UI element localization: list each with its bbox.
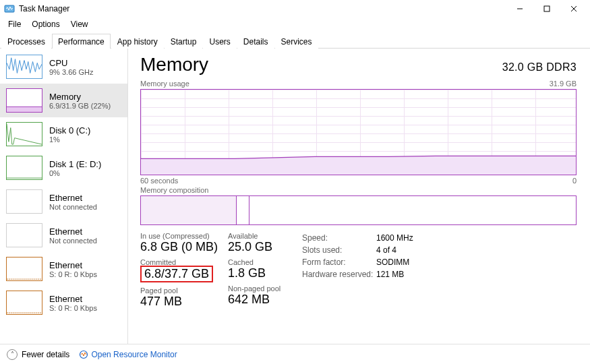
svg-rect-5: [7, 107, 42, 112]
usage-x-left: 60 seconds: [140, 177, 178, 185]
paged-value: 477 MB: [140, 295, 228, 309]
footer: ˄ Fewer details Open Resource Monitor: [0, 344, 590, 364]
slots-label: Slots used:: [302, 245, 376, 255]
svg-rect-2: [544, 6, 550, 11]
tab-services[interactable]: Services: [275, 34, 318, 49]
nonpaged-value: 642 MB: [228, 293, 302, 307]
sidebar-item-sub: S: 0 R: 0 Kbps: [49, 304, 97, 312]
usage-chart-label: Memory usage: [140, 80, 189, 88]
ethernet-thumb-icon: [6, 189, 42, 214]
app-icon: [4, 3, 15, 14]
menu-file[interactable]: File: [3, 18, 26, 30]
sidebar-item-ethernet-4[interactable]: Ethernet S: 0 R: 0 Kbps: [0, 286, 127, 320]
sidebar-item-label: Disk 0 (C:): [49, 125, 90, 135]
menu-view[interactable]: View: [65, 18, 94, 30]
sidebar-item-sub: 1%: [49, 135, 90, 144]
hwres-value: 121 MB: [376, 270, 413, 279]
sidebar-item-label: Ethernet: [49, 294, 97, 304]
disk-thumb-icon: [6, 122, 42, 146]
memory-composition-chart[interactable]: [140, 195, 577, 225]
sidebar-item-ethernet-3[interactable]: Ethernet S: 0 R: 0 Kbps: [0, 252, 127, 286]
form-label: Form factor:: [302, 257, 376, 267]
menu-bar: File Options View: [0, 18, 590, 31]
minimize-button[interactable]: [506, 0, 533, 18]
sidebar-item-memory[interactable]: Memory 6.9/31.9 GB (22%): [0, 84, 127, 117]
fewer-details-button[interactable]: ˄ Fewer details: [7, 349, 69, 360]
usage-chart-max: 31.9 GB: [550, 80, 577, 88]
paged-label: Paged pool: [140, 286, 228, 295]
tab-strip: Processes Performance App history Startu…: [0, 32, 590, 49]
tab-app-history[interactable]: App history: [111, 34, 164, 49]
sidebar-item-label: CPU: [49, 58, 93, 68]
cached-label: Cached: [228, 258, 302, 266]
ethernet-thumb-icon: [6, 291, 42, 315]
available-label: Available: [228, 232, 302, 240]
sidebar-item-label: Ethernet: [49, 193, 97, 203]
open-resource-monitor-link[interactable]: Open Resource Monitor: [79, 350, 177, 359]
composition-chart-label: Memory composition: [140, 186, 208, 194]
memory-usage-chart[interactable]: [140, 89, 577, 175]
available-value: 25.0 GB: [228, 240, 302, 254]
inuse-label: In use (Compressed): [140, 232, 228, 240]
sidebar-item-ethernet-1[interactable]: Ethernet Not connected: [0, 185, 127, 218]
tab-processes[interactable]: Processes: [1, 34, 51, 49]
form-value: SODIMM: [376, 257, 413, 267]
ethernet-thumb-icon: [6, 223, 42, 247]
committed-value: 6.8/37.7 GB: [140, 266, 213, 282]
hwres-label: Hardware reserved:: [302, 270, 376, 279]
main-panel: Memory 32.0 GB DDR3 Memory usage 31.9 GB…: [128, 49, 590, 344]
usage-x-right: 0: [572, 177, 577, 185]
close-button[interactable]: [560, 0, 587, 18]
sidebar-item-sub: 9% 3.66 GHz: [49, 68, 93, 76]
inuse-value: 6.8 GB (0 MB): [140, 240, 228, 254]
sidebar-item-cpu[interactable]: CPU 9% 3.66 GHz: [0, 50, 127, 84]
slots-value: 4 of 4: [376, 245, 413, 255]
sidebar-item-sub: S: 0 R: 0 Kbps: [49, 270, 97, 278]
tab-users[interactable]: Users: [203, 34, 236, 49]
composition-segment-free: [249, 196, 576, 224]
memory-spec-heading: 32.0 GB DDR3: [502, 61, 577, 73]
sidebar-item-disk0[interactable]: Disk 0 (C:) 1%: [0, 117, 127, 151]
tab-performance[interactable]: Performance: [52, 34, 111, 49]
sidebar-item-label: Ethernet: [49, 260, 97, 270]
cpu-thumb-icon: [6, 55, 42, 79]
composition-segment-inuse: [141, 196, 237, 224]
title-bar: Task Manager: [0, 0, 590, 18]
disk-thumb-icon: [6, 156, 42, 180]
sidebar-item-label: Memory: [49, 92, 111, 102]
fewer-details-label: Fewer details: [22, 350, 69, 359]
page-title: Memory: [140, 54, 208, 75]
window-title: Task Manager: [19, 4, 69, 13]
ethernet-thumb-icon: [6, 257, 42, 281]
memory-spec-table: Speed: 1600 MHz Slots used: 4 of 4 Form …: [302, 233, 413, 279]
sidebar-item-sub: 0%: [49, 169, 101, 177]
sidebar-item-sub: Not connected: [49, 237, 97, 245]
tab-details[interactable]: Details: [237, 34, 274, 49]
sidebar-item-label: Ethernet: [49, 226, 97, 237]
sidebar-item-disk1[interactable]: Disk 1 (E: D:) 0%: [0, 151, 127, 185]
sidebar-item-ethernet-2[interactable]: Ethernet Not connected: [0, 218, 127, 252]
cached-value: 1.8 GB: [228, 266, 302, 280]
chevron-up-icon: ˄: [7, 349, 18, 360]
speed-label: Speed:: [302, 233, 376, 243]
memory-thumb-icon: [6, 88, 42, 113]
sidebar: CPU 9% 3.66 GHz Memory 6.9/31.9 GB (22%): [0, 49, 128, 344]
sidebar-item-label: Disk 1 (E: D:): [49, 159, 101, 169]
composition-segment-modified: [237, 196, 249, 224]
resmon-icon: [79, 350, 88, 359]
menu-options[interactable]: Options: [26, 18, 65, 30]
maximize-button[interactable]: [533, 0, 560, 18]
tab-startup[interactable]: Startup: [165, 34, 203, 49]
open-resource-monitor-label: Open Resource Monitor: [91, 350, 177, 359]
nonpaged-label: Non-paged pool: [228, 284, 302, 293]
sidebar-item-sub: Not connected: [49, 203, 97, 211]
sidebar-item-sub: 6.9/31.9 GB (22%): [49, 102, 111, 110]
speed-value: 1600 MHz: [376, 233, 413, 243]
